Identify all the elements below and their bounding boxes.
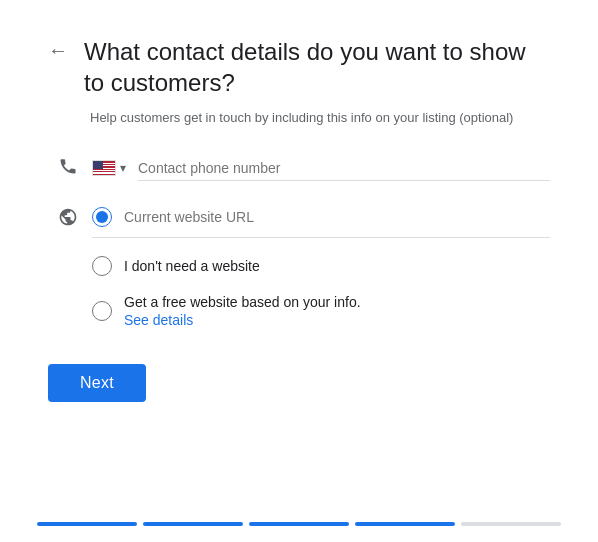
- radio-current-website[interactable]: [92, 207, 112, 227]
- radio-no-website[interactable]: [92, 256, 112, 276]
- subtitle: Help customers get in touch by including…: [90, 108, 550, 128]
- progress-segment-5: [461, 522, 561, 526]
- see-details-link[interactable]: See details: [124, 312, 361, 328]
- phone-row: ▾: [48, 156, 550, 181]
- us-flag-icon: [92, 160, 116, 176]
- progress-segment-4: [355, 522, 455, 526]
- phone-icon: [56, 156, 80, 181]
- phone-input[interactable]: [138, 156, 550, 181]
- page-title: What contact details do you want to show…: [84, 36, 550, 98]
- website-options: I don't need a website Get a free websit…: [92, 205, 550, 328]
- website-url-input[interactable]: [124, 205, 550, 229]
- next-button[interactable]: Next: [48, 364, 146, 402]
- website-option-current: [92, 205, 550, 238]
- globe-icon: [56, 207, 80, 232]
- free-website-label: Get a free website based on your info.: [124, 294, 361, 310]
- contact-details-card: ← What contact details do you want to sh…: [0, 0, 598, 542]
- progress-segment-2: [143, 522, 243, 526]
- progress-segment-3: [249, 522, 349, 526]
- free-website-content: Get a free website based on your info. S…: [124, 294, 361, 328]
- radio-free-website[interactable]: [92, 301, 112, 321]
- no-website-label: I don't need a website: [124, 258, 260, 274]
- header: ← What contact details do you want to sh…: [48, 36, 550, 98]
- progress-bar: [0, 522, 598, 542]
- website-option-none: I don't need a website: [92, 256, 550, 276]
- progress-segment-1: [37, 522, 137, 526]
- country-dropdown[interactable]: ▾: [92, 160, 126, 176]
- dropdown-chevron-icon: ▾: [120, 161, 126, 175]
- back-button[interactable]: ←: [48, 40, 68, 60]
- website-row: I don't need a website Get a free websit…: [48, 205, 550, 328]
- website-option-free: Get a free website based on your info. S…: [92, 294, 550, 328]
